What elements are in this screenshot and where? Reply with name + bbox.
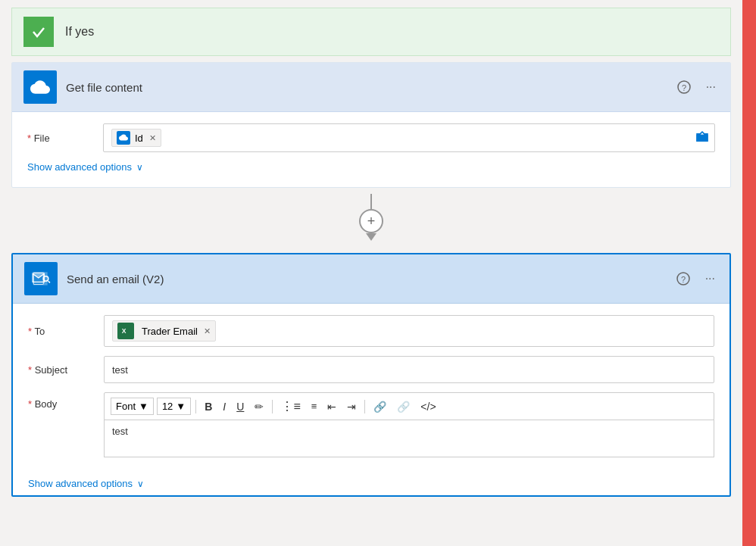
link-button[interactable]: 🔗 xyxy=(370,398,390,415)
font-selector[interactable]: Font ▼ xyxy=(111,398,154,415)
get-file-title: Get file content xyxy=(66,81,674,94)
tag-cloud-icon xyxy=(117,131,130,145)
underline-button[interactable]: U xyxy=(233,398,248,415)
bold-button[interactable]: B xyxy=(201,398,216,415)
svg-line-6 xyxy=(48,281,50,282)
email-bottom-section: Show advanced options ∨ xyxy=(13,478,729,495)
show-advanced-options[interactable]: Show advanced options ∨ xyxy=(27,161,715,173)
file-label: File xyxy=(27,133,103,144)
to-field-row: To X Trader Email ✕ xyxy=(28,315,714,347)
font-label: Font xyxy=(116,401,136,412)
body-toolbar: Font ▼ 12 ▼ B xyxy=(104,392,714,420)
email-more-dots-icon: ··· xyxy=(705,272,715,285)
file-tag-remove[interactable]: ✕ xyxy=(149,133,156,143)
outdent-button[interactable]: ⇤ xyxy=(323,398,340,415)
add-step-button[interactable]: + xyxy=(359,209,383,233)
remove-link-icon: 🔗 xyxy=(397,401,410,413)
if-yes-check-icon xyxy=(23,17,54,47)
get-file-body: File Id ✕ xyxy=(12,112,730,187)
trader-email-remove[interactable]: ✕ xyxy=(204,326,211,336)
bold-icon: B xyxy=(205,401,212,413)
outdent-icon: ⇤ xyxy=(327,401,336,413)
show-advanced-text: Show advanced options xyxy=(27,161,132,173)
indent-icon: ⇥ xyxy=(347,401,356,413)
add-step-connector: + xyxy=(0,188,742,247)
remove-link-button[interactable]: 🔗 xyxy=(393,398,414,415)
connector-arrow xyxy=(366,233,376,241)
subject-label: Subject xyxy=(28,364,104,376)
file-browse-button[interactable] xyxy=(696,131,708,145)
subject-field-row: Subject test xyxy=(28,356,714,383)
file-input[interactable]: Id ✕ xyxy=(103,123,715,152)
font-dropdown-arrow: ▼ xyxy=(139,401,148,412)
email-chevron-down-icon: ∨ xyxy=(137,479,144,489)
to-label: To xyxy=(28,326,104,337)
body-label: Body xyxy=(28,392,104,410)
toolbar-sep-2 xyxy=(272,400,273,413)
code-view-icon: </> xyxy=(420,401,436,413)
send-email-help-button[interactable]: ? xyxy=(673,269,693,289)
svg-text:?: ? xyxy=(681,275,686,284)
link-icon: 🔗 xyxy=(373,401,386,413)
send-email-card: Send an email (V2) ? ··· To xyxy=(11,253,731,497)
highlight-icon: ✏ xyxy=(255,401,264,413)
plus-icon: + xyxy=(367,214,376,229)
more-dots-icon: ··· xyxy=(706,80,716,94)
subject-input[interactable]: test xyxy=(104,356,714,383)
numbered-list-icon: ≡ xyxy=(311,401,317,412)
to-input[interactable]: X Trader Email ✕ xyxy=(104,315,714,347)
email-show-advanced[interactable]: Show advanced options ∨ xyxy=(28,478,714,489)
trader-email-tag: X Trader Email ✕ xyxy=(112,320,216,342)
numbered-list-button[interactable]: ≡ xyxy=(308,398,321,414)
code-view-button[interactable]: </> xyxy=(417,398,439,415)
body-content[interactable]: test xyxy=(104,420,714,457)
body-text: test xyxy=(112,426,128,437)
font-size-selector[interactable]: 12 ▼ xyxy=(157,398,191,415)
get-file-header: Get file content ? ··· xyxy=(12,63,730,112)
highlight-button[interactable]: ✏ xyxy=(251,398,267,415)
bullet-list-button[interactable]: ⋮≡ xyxy=(277,397,304,416)
onedrive-icon xyxy=(23,70,57,104)
italic-icon: I xyxy=(223,401,226,413)
send-email-more-button[interactable]: ··· xyxy=(702,269,718,289)
send-email-header: Send an email (V2) ? ··· xyxy=(13,254,729,304)
chevron-down-icon: ∨ xyxy=(136,162,143,173)
body-field-row: Body Font ▼ 12 ▼ xyxy=(28,392,714,457)
get-file-help-button[interactable]: ? xyxy=(674,77,694,97)
connector-line-top xyxy=(370,194,372,209)
trader-email-text: Trader Email xyxy=(142,326,198,337)
body-editor: Font ▼ 12 ▼ B xyxy=(104,392,714,457)
bullet-list-icon: ⋮≡ xyxy=(281,399,300,413)
font-size-value: 12 xyxy=(162,401,173,412)
send-email-controls: ? ··· xyxy=(673,269,718,289)
if-yes-title: If yes xyxy=(65,25,94,39)
svg-text:X: X xyxy=(122,327,127,335)
file-id-tag: Id ✕ xyxy=(111,129,161,147)
excel-tag-icon: X xyxy=(117,323,134,339)
file-field-row: File Id ✕ xyxy=(27,123,715,152)
send-email-title: Send an email (V2) xyxy=(67,273,673,285)
send-email-body: To X Trader Email ✕ Subject xyxy=(13,304,729,478)
toolbar-sep-1 xyxy=(195,400,196,413)
italic-button[interactable]: I xyxy=(219,398,230,415)
if-yes-section: If yes xyxy=(11,8,731,56)
underline-icon: U xyxy=(236,401,244,413)
right-edge-bar xyxy=(742,0,756,546)
email-show-advanced-text: Show advanced options xyxy=(28,478,133,489)
subject-value: test xyxy=(112,364,128,376)
outlook-icon xyxy=(24,262,58,295)
svg-rect-2 xyxy=(696,135,708,142)
tag-id-text: Id xyxy=(135,133,143,144)
get-file-card: Get file content ? ··· File xyxy=(11,62,731,188)
get-file-controls: ? ··· xyxy=(674,77,719,97)
indent-button[interactable]: ⇥ xyxy=(343,398,360,415)
font-size-dropdown-arrow: ▼ xyxy=(176,401,186,412)
svg-text:?: ? xyxy=(682,83,686,92)
get-file-more-button[interactable]: ··· xyxy=(703,77,719,97)
toolbar-sep-3 xyxy=(364,400,365,413)
